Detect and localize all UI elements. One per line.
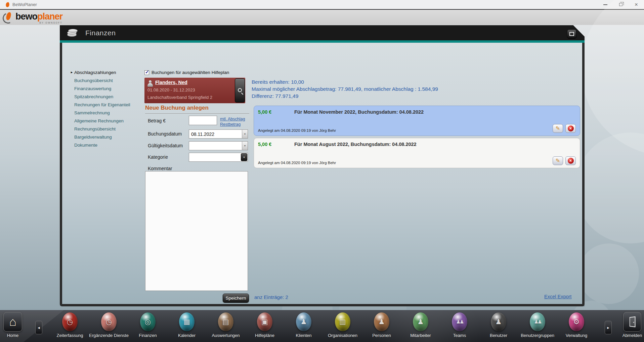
chevron-down-icon[interactable]: ▼	[242, 130, 248, 138]
excel-export-link[interactable]: Excel Export	[544, 294, 571, 299]
sidebar-item-finanzauswertung[interactable]: ►Finanzauswertung	[70, 84, 130, 92]
gear-icon: ⚙	[569, 312, 584, 331]
taskbar-item-hilfeplaene[interactable]: ▣ Hilfepläne	[245, 312, 284, 338]
taskbar-item-teams[interactable]: ♟♟ Teams	[440, 312, 479, 338]
taskbar-logout-button[interactable]	[623, 312, 641, 332]
hilfeplan-filter-checkbox[interactable]: ✓	[144, 70, 149, 75]
minimize-icon	[603, 4, 607, 5]
monthly-installment-link[interactable]: mtl. Abschlag	[220, 116, 245, 122]
taskbar: ⌂ Home ◄ ◷ Zeiterfassung ◷ Ergänzende Di…	[0, 310, 644, 342]
sidebar-item-bargeldverwaltung[interactable]: ►Bargeldverwaltung	[70, 133, 130, 141]
clock-icon: ◷	[101, 312, 117, 331]
delete-icon: ×	[568, 158, 574, 164]
sidebar-item-dokumente[interactable]: ►Dokumente	[70, 141, 130, 149]
taskbar-items: ◷ Zeiterfassung ◷ Ergänzende Dienste ◎ F…	[50, 312, 596, 338]
sidebar-item-rechnungen-eigenanteil[interactable]: ►Rechnungen für Eigenanteil	[70, 101, 130, 109]
edit-entry-button[interactable]: ✎	[553, 124, 563, 133]
app-icon	[5, 2, 10, 7]
form-heading: Neue Buchung anlegen	[145, 105, 209, 111]
taskbar-item-ergaenzende-dienste[interactable]: ◷ Ergänzende Dienste	[89, 312, 128, 338]
taskbar-item-zeiterfassung[interactable]: ◷ Zeiterfassung	[50, 312, 89, 338]
coins-icon: ◎	[140, 312, 156, 331]
person-icon: ♟	[413, 312, 428, 331]
taskbar-item-finanzen[interactable]: ◎ Finanzen	[128, 312, 167, 338]
taskbar-scroll-left-button[interactable]: ◄	[35, 321, 42, 334]
taskbar-item-benutzergruppen[interactable]: ♟♟ Benutzergruppen	[518, 312, 557, 338]
entry-title: Für Monat November 2022, Buchungsdatum: …	[294, 109, 424, 115]
booking-date-label: Buchungsdatum	[148, 131, 182, 137]
sidebar-item-sammelrechnung[interactable]: ►Sammelrechnung	[70, 109, 130, 117]
valid-date-select[interactable]: ▼	[189, 141, 248, 150]
window-header: Finanzen	[60, 25, 585, 40]
clock-icon: ◷	[62, 312, 78, 331]
taskbar-item-kalender[interactable]: ▦ Kalender	[167, 312, 206, 338]
home-icon: ⌂	[9, 316, 16, 328]
booking-date-value: 08.11.2022	[191, 131, 214, 137]
taskbar-item-mitarbeiter[interactable]: ♟ Mitarbeiter	[401, 312, 440, 338]
comment-textarea[interactable]	[145, 171, 248, 291]
chevron-down-icon[interactable]: ▼	[242, 142, 248, 150]
summary-difference: Differenz: 77.971,49	[252, 92, 438, 100]
sidebar-item-abschlagszahlungen[interactable]: ►Abschlagszahlungen	[70, 68, 130, 76]
form-heading-divider	[145, 113, 249, 114]
taskbar-scroll-right-button[interactable]: ►	[605, 321, 612, 334]
person-icon: ♟	[491, 312, 506, 331]
entry-title: Für Monat August 2022, Buchungsdatum: 04…	[294, 142, 417, 147]
finanzen-window: Finanzen ►Abschlagszahlungen ►Buchungsüb…	[60, 25, 585, 306]
summary-received: Bereits erhalten: 10,00	[252, 78, 438, 85]
taskbar-item-verwaltung[interactable]: ⚙ Verwaltung	[557, 312, 596, 338]
sidebar-item-allgemeine-rechnungen[interactable]: ►Allgemeine Rechnungen	[70, 117, 130, 125]
maximize-icon	[569, 32, 574, 36]
entry-amount: 5,00 €	[258, 142, 271, 147]
client-organisation: Landschaftsverband Springfield 2	[147, 95, 212, 100]
sidebar-item-rechnungsuebersicht[interactable]: ►Rechnungsübersicht	[70, 125, 130, 133]
brand-name-black: bewo	[15, 11, 37, 22]
people-icon: ♟♟	[452, 312, 467, 331]
summary-block: Bereits erhalten: 10,00 Maximal mögliche…	[252, 78, 438, 100]
people-icon: ♟♟	[530, 312, 545, 331]
delete-entry-button[interactable]: ×	[565, 124, 576, 133]
amount-input[interactable]	[189, 116, 217, 125]
chevron-down-icon[interactable]: ▼	[241, 153, 247, 161]
calendar-icon: ▦	[179, 312, 195, 331]
coins-icon	[67, 28, 77, 37]
sidebar-item-spitzabrechnungen[interactable]: ►Spitzabrechnungen	[70, 92, 130, 101]
booking-entry[interactable]: 5,00 € Für Monat November 2022, Buchungs…	[254, 106, 580, 136]
os-titlebar: BeWoPlaner ×	[0, 0, 644, 9]
save-button[interactable]: Speichern	[223, 294, 249, 303]
person-icon	[147, 80, 153, 87]
desktop: Finanzen ►Abschlagszahlungen ►Buchungsüb…	[0, 25, 644, 310]
booking-entry[interactable]: 5,00 € Für Monat August 2022, Buchungsda…	[254, 138, 580, 168]
accent-bar	[60, 40, 585, 43]
person-icon: ♟	[374, 312, 389, 331]
taskbar-item-klienten[interactable]: ♟ Klienten	[284, 312, 323, 338]
arrow-left-icon: ◄	[37, 326, 41, 330]
brand-swoosh-icon	[3, 11, 14, 24]
person-icon: ♟	[296, 312, 311, 331]
pencil-icon: ✎	[556, 158, 560, 163]
entry-created: Angelegt am 04.08.2020 09:19 von Jörg Be…	[258, 128, 336, 132]
card-icon: ▣	[257, 312, 272, 331]
rest-amount-link[interactable]: Restbetrag	[220, 122, 245, 127]
window-body: ►Abschlagszahlungen ►Buchungsübersicht ►…	[62, 43, 582, 304]
client-box: Flanders, Ned 01.08.2020 - 31.12.2023 La…	[144, 78, 245, 103]
delete-entry-button[interactable]: ×	[565, 156, 576, 165]
delete-icon: ×	[568, 125, 574, 131]
check-icon: ✓	[145, 69, 149, 75]
sidebar-item-buchungsuebersicht[interactable]: ►Buchungsübersicht	[70, 76, 130, 84]
entries-count: anz Einträge: 2	[254, 294, 288, 300]
client-search-button[interactable]	[235, 78, 245, 103]
logout-label: Abmelden	[621, 333, 644, 338]
taskbar-item-benutzer[interactable]: ♟ Benutzer	[479, 312, 518, 338]
client-name-link[interactable]: Flanders, Ned	[155, 80, 187, 85]
taskbar-item-personen[interactable]: ♟ Personen	[362, 312, 401, 338]
edit-entry-button[interactable]: ✎	[553, 156, 563, 165]
taskbar-item-auswertungen[interactable]: ▤ Auswertungen	[206, 312, 245, 338]
booking-date-select[interactable]: 08.11.2022 ▼	[189, 129, 248, 139]
taskbar-home-button[interactable]: ⌂	[3, 312, 22, 332]
door-icon	[630, 316, 636, 328]
client-period: 01.08.2020 - 31.12.2023	[147, 87, 195, 92]
window-maximize-button[interactable]	[567, 29, 576, 39]
category-select[interactable]: ▼	[189, 153, 248, 162]
taskbar-item-organisationen[interactable]: ▥ Organisationen	[323, 312, 362, 338]
